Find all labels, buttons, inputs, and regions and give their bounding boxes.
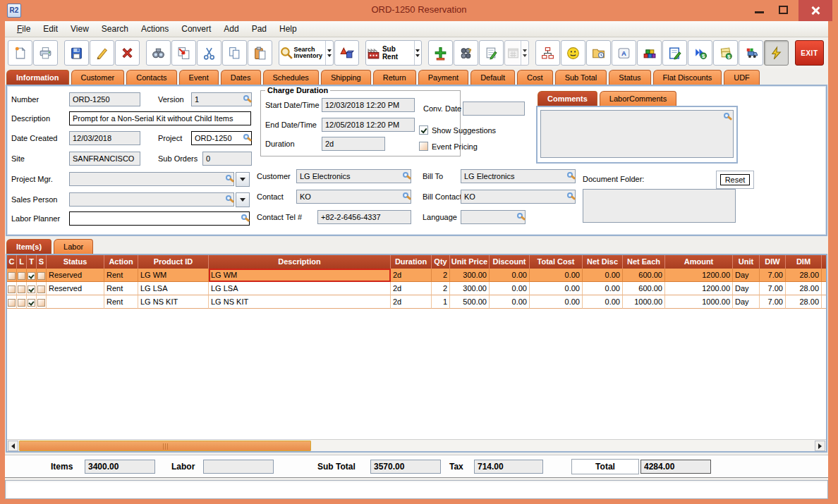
column-header-amount[interactable]: Amount [665,255,733,269]
labor-total-field[interactable] [203,460,274,474]
version-field[interactable] [191,92,252,106]
cell-amount[interactable]: 1200.00 [665,269,733,282]
menu-view[interactable]: View [64,23,95,35]
labor-planner-field[interactable] [69,211,250,226]
comments-tab-laborcomments[interactable]: LaborComments [600,91,676,106]
column-header-description[interactable]: Description [209,255,391,269]
cell-dim[interactable]: 28.00 [786,295,822,309]
cell-pro[interactable]: 1 [822,269,826,282]
paste-button[interactable] [248,40,272,66]
calendar-dropdown[interactable] [521,41,528,65]
cell-product_id[interactable]: LG WM [138,269,209,282]
cell-duration[interactable]: 2d [391,269,432,282]
column-header-product-id[interactable]: Product ID [138,255,209,269]
contact-field[interactable] [296,190,411,204]
column-header-l[interactable]: L [17,255,27,269]
language-search-icon[interactable] [517,213,523,219]
event-pricing-checkbox[interactable] [419,142,428,151]
cell-net_disc[interactable]: 0.00 [583,269,623,282]
inventory-cubes-button[interactable] [637,40,662,66]
table-row-1[interactable]: ReservedRentLG WMLG WM2d2300.000.000.000… [7,269,826,282]
tab-udf[interactable]: UDF [724,70,760,85]
cell-dim[interactable]: 28.00 [786,269,822,282]
column-header-s[interactable]: S [37,255,47,269]
cell-unit_price[interactable]: 300.00 [450,269,490,282]
menu-help[interactable]: Help [273,23,303,35]
add-item-button[interactable] [428,40,453,66]
project-mgr-field[interactable] [69,172,234,186]
calendar-button[interactable] [504,40,529,66]
column-header-net-each[interactable]: Net Each [623,255,665,269]
items-total-field[interactable] [85,460,155,474]
cell-description[interactable]: LG NS KIT [209,295,391,309]
folder-history-button[interactable] [586,40,611,66]
t-checkbox[interactable] [28,285,35,293]
tab-cost[interactable]: Cost [517,70,553,85]
delivery-truck-button[interactable] [739,40,763,66]
tab-sub-total[interactable]: Sub Total [555,70,607,85]
copy-button[interactable] [222,40,247,66]
cell-unit[interactable]: Day [733,282,760,295]
items-tab-labor[interactable]: Labor [54,239,93,254]
notes-button[interactable] [479,40,504,66]
tab-customer[interactable]: Customer [71,70,125,85]
cell-diw[interactable]: 7.00 [760,282,786,295]
project-field[interactable] [191,131,252,145]
column-header-discount[interactable]: Discount [490,255,530,269]
cell-pro[interactable]: 1 [822,282,826,295]
contact-tel-field[interactable] [317,210,411,224]
project-search-icon[interactable] [243,134,249,140]
billing-button[interactable]: $ [713,40,738,66]
column-header-duration[interactable]: Duration [391,255,432,269]
column-header-status[interactable]: Status [47,255,104,269]
items-tab-item-s[interactable]: Item(s) [6,239,51,254]
tab-payment[interactable]: Payment [418,70,468,85]
tax-field[interactable] [474,460,543,474]
contact-search-icon[interactable] [403,192,408,198]
cell-discount[interactable]: 0.00 [490,282,530,295]
l-checkbox[interactable] [18,285,25,293]
tab-default[interactable]: Default [470,70,515,85]
s-checkbox[interactable] [37,299,45,307]
cell-action[interactable]: Rent [104,282,138,295]
tab-schedules[interactable]: Schedules [263,70,319,85]
new-document-button[interactable] [8,40,32,66]
document-folder-area[interactable] [583,189,736,223]
l-checkbox[interactable] [18,299,25,307]
menu-pad[interactable]: Pad [245,23,273,35]
edit-document-button[interactable] [662,40,687,66]
column-header-unit[interactable]: Unit [733,255,760,269]
customer-search-icon[interactable] [403,172,408,178]
close-button[interactable] [798,0,832,21]
conv-date-field[interactable] [463,102,525,116]
l-checkbox[interactable] [18,272,25,280]
cell-unit_price[interactable]: 500.00 [450,295,490,309]
cell-status[interactable] [47,295,104,309]
exit-button[interactable]: EXIT [795,40,824,66]
sales-person-search-icon[interactable] [226,195,231,201]
search-inventory-button[interactable]: Search Inventory [279,40,334,66]
bill-contact-field[interactable] [461,190,576,204]
tab-event[interactable]: Event [179,70,219,85]
menu-convert[interactable]: Convert [175,23,217,35]
table-row-2[interactable]: ReservedRentLG LSALG LSA2d2300.000.000.0… [7,282,826,295]
cut-button[interactable] [197,40,221,66]
column-header-t[interactable]: T [27,255,37,269]
scrollbar-thumb[interactable] [19,441,311,451]
column-header-total-cost[interactable]: Total Cost [530,255,583,269]
column-header-diw[interactable]: DIW [760,255,786,269]
sales-person-dropdown-button[interactable] [236,192,250,207]
cell-status[interactable]: Reserved [47,282,104,295]
table-row-3[interactable]: RentLG NS KITLG NS KIT2d1500.000.000.000… [7,295,826,309]
cell-duration[interactable]: 2d [391,282,432,295]
find-button[interactable] [146,40,171,66]
cell-action[interactable]: Rent [104,269,138,282]
cell-diw[interactable]: 7.00 [760,295,786,309]
cell-net_each[interactable]: 1000.00 [623,295,665,309]
cell-amount[interactable]: 1000.00 [665,295,733,309]
flash-button[interactable] [764,40,789,66]
cell-product_id[interactable]: LG LSA [138,282,209,295]
comments-search-icon[interactable] [724,113,729,118]
cell-action[interactable]: Rent [104,295,138,309]
cell-qty[interactable]: 2 [432,282,450,295]
